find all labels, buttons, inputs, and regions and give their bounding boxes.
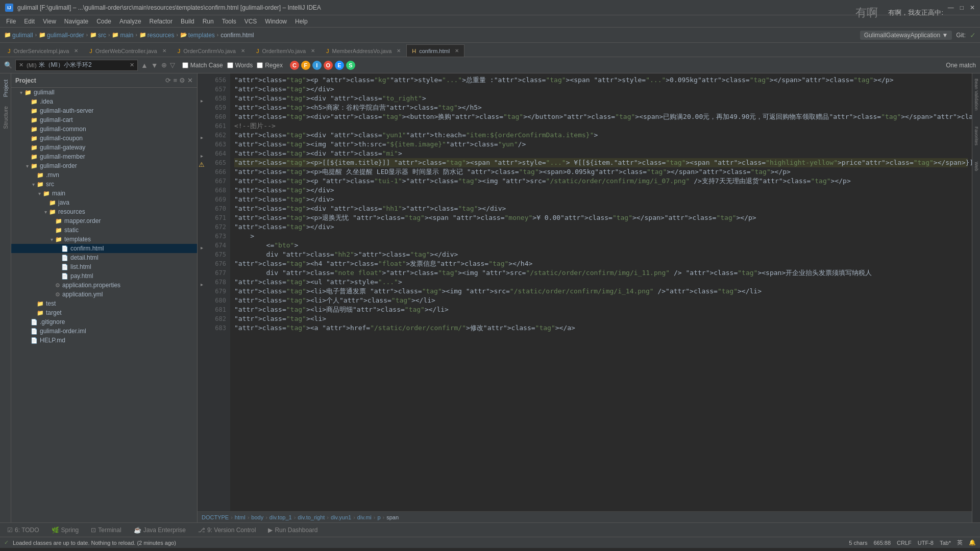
tree-item--gitignore[interactable]: 📄.gitignore <box>11 317 197 327</box>
fold-icon[interactable]: ▸ <box>201 98 203 104</box>
tree-item-gulimall-order-iml[interactable]: 📄gulimall-order.iml <box>11 327 197 336</box>
menu-item-code[interactable]: Code <box>93 17 114 26</box>
close-button[interactable]: ✕ <box>970 4 975 11</box>
menu-item-navigate[interactable]: Navigate <box>61 17 91 26</box>
browser-icon-e[interactable]: E <box>335 61 344 70</box>
tree-item-gulimall-common[interactable]: 📁gulimall-common <box>11 124 197 134</box>
breadcrumb-item-main[interactable]: 📁main <box>112 32 133 39</box>
tree-item--idea[interactable]: 📁.idea <box>11 97 197 106</box>
tree-item-resources[interactable]: ▾📁resources <box>11 207 197 216</box>
tree-item-gulimall[interactable]: ▾📁gulimall <box>11 88 197 97</box>
tab-orderwebcontroller-java[interactable]: JOrderWebController.java✕ <box>84 44 172 57</box>
path-item-body[interactable]: body <box>251 514 263 520</box>
tree-item-main[interactable]: ▾📁main <box>11 189 197 198</box>
path-item-html[interactable]: html <box>235 514 246 520</box>
tree-item-help-md[interactable]: 📄HELP.md <box>11 336 197 345</box>
code-editor[interactable]: ▸▸▸⚠▸▸ 656657658659660661662663664665666… <box>198 73 972 511</box>
maximize-button[interactable]: □ <box>960 4 964 11</box>
regex-option[interactable]: Regex <box>257 62 283 69</box>
browser-icon-s[interactable]: S <box>346 61 355 70</box>
regex-checkbox[interactable] <box>257 62 263 68</box>
bottom-tab-6--todo[interactable]: ☑6: TODO <box>4 524 42 536</box>
menu-item-run[interactable]: Run <box>200 17 217 26</box>
tree-item-confirm-html[interactable]: 📄confirm.html <box>11 244 197 253</box>
search-input-container[interactable]: ✕ (MI) ✕ <box>15 60 138 71</box>
breadcrumb-item-gulimall-order[interactable]: 📁gulimall-order <box>39 32 84 39</box>
browser-icon-i[interactable]: I <box>312 61 322 70</box>
bottom-tab-java-enterprise[interactable]: ☕Java Enterprise <box>131 524 189 536</box>
path-item-div-mi[interactable]: div.mi <box>357 514 372 520</box>
tree-item-pay-html[interactable]: 📄pay.html <box>11 271 197 281</box>
browser-icon-o[interactable]: O <box>324 61 333 70</box>
run-config-selector[interactable]: GulimallGatewayApplication ▼ <box>860 31 952 40</box>
settings-icon[interactable]: ⚙ <box>179 77 185 84</box>
bottom-tab-9--version-control[interactable]: ⎇9: Version Control <box>195 524 259 536</box>
words-option[interactable]: Words <box>227 62 253 69</box>
tree-item-test[interactable]: 📁test <box>11 299 197 308</box>
bean-validation-tab[interactable]: Bean Validation <box>973 76 980 113</box>
favorites-tab[interactable]: Favorites <box>973 123 980 148</box>
tree-item-mapper-order[interactable]: 📁mapper.order <box>11 216 197 226</box>
tab-orderserviceimpl-java[interactable]: JOrderServiceImpl.java✕ <box>2 44 84 57</box>
browser-icon-f[interactable]: F <box>301 61 310 70</box>
tab-orderconfirmvo-java[interactable]: JOrderConfirmVo.java✕ <box>172 44 251 57</box>
fold-icon[interactable]: ▸ <box>201 245 203 251</box>
match-case-option[interactable]: Match Case <box>182 62 223 69</box>
tree-item--mvn[interactable]: 📁.mvn <box>11 170 197 180</box>
menu-item-help[interactable]: Help <box>292 17 311 26</box>
tree-item-application-yml[interactable]: ⚙application.yml <box>11 290 197 299</box>
tree-item-static[interactable]: 📁static <box>11 226 197 235</box>
menu-item-vcs[interactable]: VCS <box>241 17 260 26</box>
close-tab-icon[interactable]: ✕ <box>74 48 78 54</box>
tree-item-java[interactable]: 📁java <box>11 198 197 207</box>
tree-item-target[interactable]: 📁target <box>11 308 197 317</box>
project-tab[interactable]: Project <box>1 76 10 101</box>
menu-item-edit[interactable]: Edit <box>21 17 38 26</box>
clear-search-button[interactable]: ✕ <box>130 62 134 68</box>
tab-orderitemvo-java[interactable]: JOrderItemVo.java✕ <box>251 44 321 57</box>
fold-icon[interactable]: ▸ <box>201 135 203 140</box>
path-item-p[interactable]: p <box>377 514 380 520</box>
search-input[interactable] <box>39 62 128 69</box>
browser-icon-c[interactable]: C <box>290 61 299 70</box>
tree-item-gulimall-gateway[interactable]: 📁gulimall-gateway <box>11 143 197 152</box>
breadcrumb-item-resources[interactable]: 📁resources <box>139 32 175 39</box>
words-checkbox[interactable] <box>227 62 233 68</box>
tree-item-detail-html[interactable]: 📄detail.html <box>11 253 197 262</box>
tree-item-gulimall-coupon[interactable]: 📁gulimall-coupon <box>11 134 197 143</box>
path-item-div-to_right[interactable]: div.to_right <box>298 514 325 520</box>
code-content[interactable]: "attr">class="tag"><p "attr">class="kg" … <box>230 73 972 511</box>
path-item-doctype[interactable]: DOCTYPE <box>202 514 229 520</box>
tree-item-application-properties[interactable]: ⚙application.properties <box>11 281 197 290</box>
next-match-button[interactable]: ▼ <box>151 61 158 69</box>
tree-item-gulimall-member[interactable]: 📁gulimall-member <box>11 152 197 161</box>
tree-item-gulimall-auth-server[interactable]: 📁gulimall-auth-server <box>11 106 197 115</box>
tree-item-templates[interactable]: ▾📁templates <box>11 235 197 244</box>
path-item-span[interactable]: span <box>386 514 399 520</box>
close-tab-icon[interactable]: ✕ <box>241 48 245 54</box>
bottom-tab-spring[interactable]: 🌿Spring <box>48 524 82 536</box>
breadcrumb-item-gulimall[interactable]: 📁gulimall <box>4 32 33 39</box>
close-tab-icon[interactable]: ✕ <box>311 48 315 54</box>
tree-item-src[interactable]: ▾📁src <box>11 180 197 189</box>
menu-item-view[interactable]: View <box>40 17 59 26</box>
close-tab-icon[interactable]: ✕ <box>455 48 459 54</box>
path-item-div-top_1[interactable]: div.top_1 <box>270 514 292 520</box>
close-tab-icon[interactable]: ✕ <box>397 48 401 54</box>
match-case-checkbox[interactable] <box>182 62 188 68</box>
sync-icon[interactable]: ⟳ <box>165 77 171 84</box>
close-sidebar-icon[interactable]: ✕ <box>187 77 193 84</box>
fold-icon[interactable]: ▸ <box>201 282 203 287</box>
breadcrumb-item-src[interactable]: 📁src <box>90 32 106 39</box>
structure-tab[interactable]: Structure <box>1 102 10 133</box>
menu-item-file[interactable]: File <box>3 17 19 26</box>
bottom-tab-terminal[interactable]: ⊡Terminal <box>88 524 124 536</box>
menu-item-refactor[interactable]: Refactor <box>146 17 176 26</box>
collapse-icon[interactable]: ≡ <box>173 77 177 84</box>
bottom-tab-run-dashboard[interactable]: ▶Run Dashboard <box>265 524 321 536</box>
breadcrumb-item-templates[interactable]: 📂templates <box>180 32 215 39</box>
prev-match-button[interactable]: ▲ <box>141 61 148 69</box>
tab-confirm-html[interactable]: Hconfirm.html✕ <box>406 44 464 57</box>
menu-item-build[interactable]: Build <box>178 17 198 26</box>
menu-item-tools[interactable]: Tools <box>219 17 239 26</box>
